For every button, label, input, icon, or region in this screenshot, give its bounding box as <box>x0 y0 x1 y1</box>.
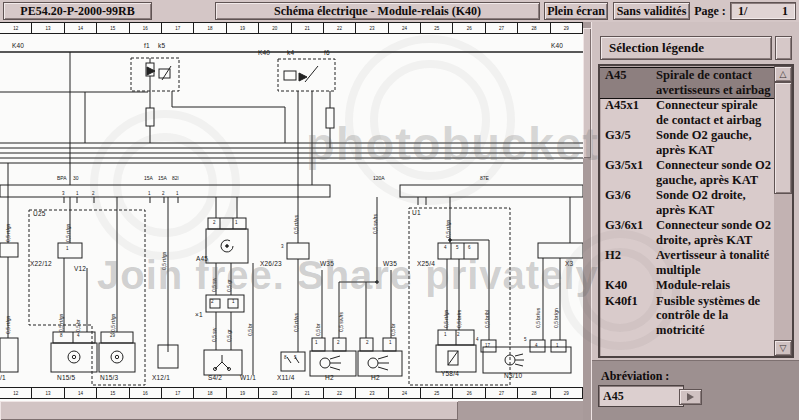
diagram-label: 0,5 rt/gn <box>111 314 116 332</box>
diagram-label: 0,5 sw/rs <box>339 312 344 332</box>
diagram-label: 0,5 rt/gn <box>444 310 449 328</box>
diagram-label: k5 <box>158 43 165 50</box>
diagram-label: X11/4 <box>277 375 295 382</box>
legend-item-K40[interactable]: K40Module-relais <box>600 278 774 294</box>
legend-item-A45x1[interactable]: A45x1Connecteur spirale de contact et ai… <box>600 98 774 128</box>
ruler-cell: 25 <box>421 388 453 398</box>
ruler-cell: 17 <box>162 388 194 398</box>
legend-item-desc: Connecteur spirale de contact et airbag <box>656 98 774 127</box>
ruler-cell: 22 <box>324 388 356 398</box>
diagram-label: X12/1 <box>152 375 170 382</box>
diagram-label: 0,5 gr <box>227 279 232 292</box>
ruler-cell: 12 <box>0 23 32 33</box>
diagram-label: X26/23 <box>260 261 282 268</box>
document-code: PE54.20-P-2000-99RB <box>3 2 152 20</box>
diagram-label: 0,5 br/ws <box>536 308 541 328</box>
diagram-label: 8 <box>60 334 63 339</box>
ruler-cell: 23 <box>356 23 388 33</box>
ruler-cell: 12 <box>0 388 32 398</box>
legend-item-G3/5[interactable]: G3/5Sonde O2 gauche, après KAT <box>600 128 774 158</box>
diagram-label: 1 <box>389 341 392 346</box>
legend-item-A45[interactable]: A45Spirale de contact avertisseurs et ai… <box>600 68 774 98</box>
diagram-label: 82l <box>172 176 179 181</box>
legend-item-H2[interactable]: H2Avertisseur à tonalité multiple <box>600 248 774 278</box>
diagram-label: BPA <box>57 176 67 181</box>
horizontal-scrollbar-thumb[interactable] <box>0 401 458 420</box>
legend-mini-button[interactable] <box>775 36 792 60</box>
page-number-field[interactable]: 1/ 1 <box>730 2 796 20</box>
abbreviation-input[interactable] <box>598 385 684 407</box>
diagram-label: Y58/4 <box>441 371 459 378</box>
legend-item-abbr: G3/6x1 <box>600 218 656 247</box>
diagram-label: H2 <box>371 375 380 382</box>
ruler-cell: 16 <box>130 23 162 33</box>
diagram-label: 0,5 sw/rs <box>373 214 378 234</box>
diagram-label: f1 <box>144 43 150 50</box>
legend-list: A45Spirale de contact avertisseurs et ai… <box>598 64 794 358</box>
fullscreen-button[interactable]: Plein écran <box>544 2 608 20</box>
diagram-label: 0,5 br <box>248 323 253 336</box>
diagram-label: 0,5 rt/gn <box>6 316 11 334</box>
legend-item-G3/6[interactable]: G3/6Sonde O2 droite, après KAT <box>600 188 774 218</box>
ruler-cell: 24 <box>389 388 421 398</box>
diagram-label: 1 <box>235 221 238 226</box>
legend-selection-button[interactable]: Sélection légende <box>600 36 772 60</box>
page-current: 1/ <box>738 4 747 19</box>
diagram-label: 3 <box>281 245 284 250</box>
diagram-label: 0,5 br/rs <box>457 310 462 328</box>
legend-item-desc: Sonde O2 gauche, après KAT <box>656 128 774 157</box>
legend-scrollbar[interactable]: △ ▽ <box>774 66 792 356</box>
diagram-label: 1 <box>148 192 151 197</box>
diagram-label: 4 <box>444 246 447 251</box>
ruler-cell: 18 <box>194 23 226 33</box>
diagram-label: 5 <box>294 356 297 361</box>
diagram-label: 4 <box>77 334 80 339</box>
page-total: 1 <box>782 4 788 19</box>
scroll-up-button[interactable]: △ <box>774 66 792 82</box>
legend-item-desc: Sonde O2 droite, après KAT <box>656 188 774 217</box>
legend-item-K40f1[interactable]: K40f1Fusible systèmes de contrôle de la … <box>600 294 774 339</box>
vertical-scrollbar-thumb[interactable] <box>583 28 591 158</box>
legend-item-desc: Avertisseur à tonalité multiple <box>656 248 774 277</box>
legend-item-abbr: K40 <box>600 278 656 293</box>
diagram-label: X25/4 <box>417 261 435 268</box>
diagram-label: 5 <box>456 246 459 251</box>
diagram-label: 0,5 br <box>76 319 81 332</box>
diagram-label: 0,5 rt/ws <box>294 313 299 332</box>
diagram-label: 1 <box>66 247 69 252</box>
diagram-label: 3 <box>62 192 65 197</box>
ruler-cell: 14 <box>65 388 97 398</box>
abbreviation-label: Abréviation : <box>601 369 669 384</box>
ruler-cell: 13 <box>32 388 64 398</box>
legend-item-G3/5x1[interactable]: G3/5x1Connecteur sonde O2 gauche, après … <box>600 158 774 188</box>
ruler-cell: 20 <box>259 23 291 33</box>
legend-item-G3/6x1[interactable]: G3/6x1Connecteur sonde O2 droite, après … <box>600 218 774 248</box>
diagram-label: 0,5 br <box>391 323 396 336</box>
validities-button[interactable]: Sans validités <box>613 2 690 20</box>
diagram-label: K40 <box>12 43 24 50</box>
legend-item-desc: Connecteur sonde O2 droite, après KAT <box>656 218 774 247</box>
diagram-label: ×1 <box>195 312 203 319</box>
vertical-scrollbar[interactable] <box>583 22 591 420</box>
diagram-label: 0,5 rt/gn <box>66 224 71 242</box>
legend-item-desc: Connecteur sonde O2 gauche, après KAT <box>656 158 774 187</box>
legend-item-abbr: K40f1 <box>600 294 656 338</box>
legend-panel: Sélection légende A45Spirale de contact … <box>591 22 799 420</box>
horizontal-scrollbar[interactable] <box>0 401 583 420</box>
ruler-cell: 24 <box>389 23 421 33</box>
ruler-cell: 14 <box>65 23 97 33</box>
go-button[interactable] <box>679 389 702 405</box>
diagram-label: X3 <box>565 261 573 268</box>
ruler-cell: 16 <box>130 388 162 398</box>
diagram-label: 0,5 gr <box>227 329 232 342</box>
toolbar: PE54.20-P-2000-99RB Schéma électrique - … <box>0 0 799 22</box>
legend-item-abbr: G3/5x1 <box>600 158 656 187</box>
ruler-cell: 20 <box>259 388 291 398</box>
diagram-label: 2 <box>337 341 340 346</box>
diagram-label: 0,5 rt/gn <box>59 314 64 332</box>
scroll-down-button[interactable]: ▽ <box>774 340 792 356</box>
ruler-cell: 21 <box>292 23 324 33</box>
legend-scrollbar-thumb[interactable] <box>774 82 792 194</box>
ruler-cell: 19 <box>227 388 259 398</box>
diagram-label: k4 <box>287 50 294 57</box>
